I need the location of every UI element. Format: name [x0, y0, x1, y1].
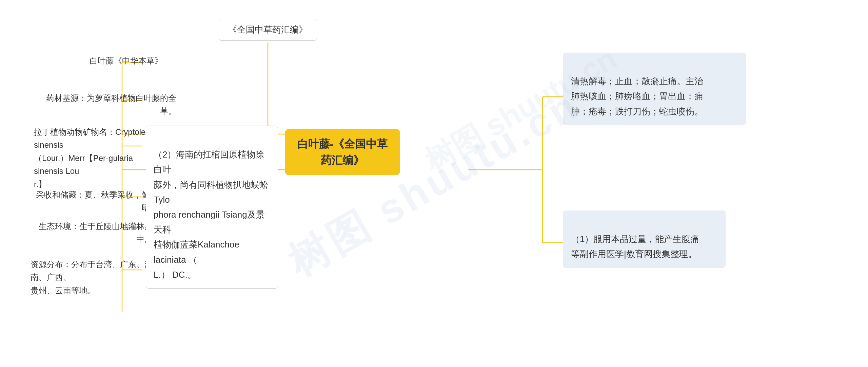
top-node: 《全国中草药汇编》 [219, 19, 317, 41]
left-node-5: 生态环境：生于丘陵山地灌林丛中。 [31, 220, 153, 246]
central-node: 白叶藤-《全国中草药汇编》 [285, 129, 400, 175]
left-node-3: 拉丁植物动物矿物名：Cryptolepis sinensis （Lour.）Me… [34, 126, 163, 191]
left-node-1: 白叶藤《中华本草》 [34, 54, 163, 67]
middle-content-box: （2）海南的扛棺回原植物除白叶 藤外，尚有同科植物扒地蜈蚣Tylo phora … [146, 126, 278, 289]
right-node-bottom: （1）服用本品过量，能产生腹痛 等副作用医学|教育网搜集整理。 [563, 210, 726, 268]
left-node-6: 资源分布：分布于台湾、广东、海南、广西、 贵州、云南等地。 [31, 258, 159, 297]
watermark-1: 树图 shuutu.cn [278, 77, 590, 289]
left-node-2: 药材基源：为萝藦科植物白叶藤的全草。 [34, 92, 176, 118]
mindmap-container: 树图 shuutu.cn 树图 shuutu.cn [0, 0, 868, 367]
right-node-top: 清热解毒；止血；散瘀止痛。主治 肺热咳血；肺痨咯血；胃出血；痈 肿；疮毒；跌打刀… [563, 53, 746, 125]
